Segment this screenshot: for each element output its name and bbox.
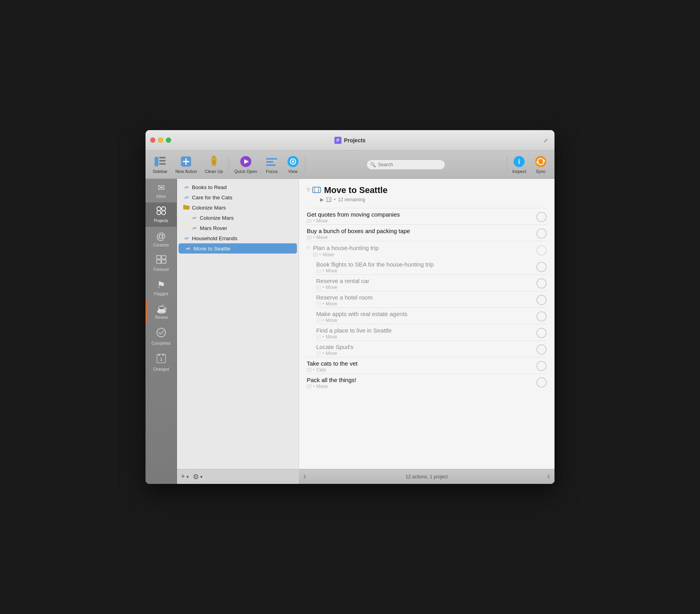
task-row: Locate Spud's • Move [316,340,547,357]
svg-rect-34 [158,354,160,356]
task-title: Buy a bunch of boxes and packing tape [307,228,532,234]
task-content: Buy a bunch of boxes and packing tape • … [307,228,532,240]
task-meta: • Move [316,334,532,340]
svg-point-26 [157,211,161,215]
project-chevron[interactable]: ▽ [307,187,310,192]
task-checkbox[interactable] [536,228,547,239]
task-checkbox[interactable] [536,212,547,222]
content-scroll[interactable]: ▽ Move to Seattle ▶ [299,179,554,469]
task-row: Pack all the things! • Move [307,373,547,390]
clean-up-button[interactable]: Clean Up [201,154,227,175]
task-checkbox[interactable] [536,295,547,305]
sidebar-item-contexts[interactable]: @ Contexts [146,227,177,251]
project-sub: ▶ • 12 remaining [307,197,547,202]
task-row: Reserve a rental car • Move [316,274,547,291]
inspect-button[interactable]: i Inspect [508,154,530,175]
remaining-sep: • [334,197,335,202]
focus-button[interactable]: Focus [261,154,282,175]
add-project-button[interactable]: + ▾ [181,472,189,481]
sidebar-item-review[interactable]: ☕ Review [146,300,177,324]
status-center: 12 actions, 1 project [306,474,547,480]
sidebar-item-inbox[interactable]: ✉ Inbox [146,179,177,202]
sidebar-item-forecast[interactable]: Forecast [146,251,177,276]
close-button[interactable] [150,138,155,143]
task-title: Book flights to SEA for the house-huntin… [316,261,532,268]
task-meta: • Move [307,235,532,240]
task-row: Buy a bunch of boxes and packing tape • … [307,224,547,241]
task-meta: • Move [307,218,532,224]
task-row: Make appts with real estate agents • Mov… [316,307,547,324]
zoom-button[interactable] [166,138,171,143]
colonize-label: Colonize Mars [192,205,226,211]
task-note-icon [307,219,311,223]
view-button[interactable]: View [282,154,304,175]
task-checkbox[interactable] [536,311,547,322]
task-title: Make appts with real estate agents [316,311,532,317]
task-note-icon [307,384,311,388]
sync-button[interactable]: Sync [530,154,551,175]
task-checkbox[interactable] [536,377,547,388]
project-item-mars-rover[interactable]: ⇌ Mars Rover [177,223,298,233]
mars-rover-label: Mars Rover [200,225,227,231]
svg-rect-58 [316,302,321,305]
svg-line-9 [213,160,213,164]
quick-open-button[interactable]: Quick Open [230,154,261,175]
project-item-books[interactable]: ⇌ Books to Read [177,182,298,192]
task-content: Book flights to SEA for the house-huntin… [316,261,532,274]
project-item-colonize-mars[interactable]: Colonize Mars [177,202,298,213]
task-checkbox[interactable] [536,278,547,289]
sidebar-item-projects[interactable]: Projects [146,202,177,227]
task-checkbox[interactable] [536,361,547,371]
svg-point-32 [157,328,166,337]
toolbar: Sidebar New Action [146,151,554,179]
mars-rover-icon: ⇌ [191,225,197,231]
project-item-colonize-sub[interactable]: ⇌ Colonize Mars [177,213,298,223]
task-title: Reserve a hotel room [316,294,532,301]
project-item-household[interactable]: ⇌ Household Errands [177,233,298,243]
flagged-label: Flagged [154,292,168,296]
svg-rect-28 [157,256,161,259]
view-label: View [288,169,298,174]
sidebar-item-changed[interactable]: 1 Changed [146,349,177,375]
task-checkbox[interactable] [536,344,547,355]
household-icon: ⇌ [183,235,190,241]
task-row: Get quotes from moving companies • Move [307,208,547,224]
task-meta: • Move [316,285,532,290]
task-checkbox[interactable] [536,328,547,338]
minimize-button[interactable] [158,138,163,143]
search-input[interactable] [378,162,442,167]
sidebar-item-completed[interactable]: Completed [146,324,177,349]
expand-button[interactable]: ⤢ [543,137,550,143]
task-note-icon [307,235,311,239]
settings-button[interactable]: ⚙ ▾ [193,472,203,481]
focus-icon [265,155,278,168]
group-chevron[interactable]: ▽ [307,244,310,250]
remaining-text: 12 remaining [338,197,365,202]
task-note-icon [316,269,321,273]
traffic-lights [150,138,171,143]
status-right: ⦀ [547,473,550,480]
svg-rect-15 [266,164,276,166]
colonize-sub-icon: ⇌ [191,215,197,221]
window-title-area: P Projects [334,137,365,144]
task-content: Locate Spud's • Move [316,344,532,356]
new-action-button[interactable]: New Action [171,154,201,175]
sidebar-button[interactable]: Sidebar [149,154,171,175]
svg-rect-8 [212,158,216,159]
task-title: Pack all the things! [307,377,532,383]
group-meta-sep: • [319,252,321,257]
group-checkbox[interactable] [536,245,547,256]
task-row: Reserve a hotel room • Move [316,291,547,307]
svg-rect-49 [313,253,317,256]
changed-label: Changed [153,367,169,371]
task-content: Find a place to live in Seattle • Move [316,327,532,340]
quick-open-label: Quick Open [234,169,257,174]
task-context: Move [326,351,337,356]
project-item-seattle[interactable]: ⇌ Move to Seattle [179,243,297,254]
project-item-cats[interactable]: ⇌ Care for the Cats [177,192,298,202]
task-context: Move [326,301,337,307]
svg-rect-55 [316,285,321,289]
task-checkbox[interactable] [536,262,547,272]
sidebar-item-flagged[interactable]: ⚑ Flagged [146,276,177,300]
search-box[interactable]: 🔍 [367,160,445,170]
